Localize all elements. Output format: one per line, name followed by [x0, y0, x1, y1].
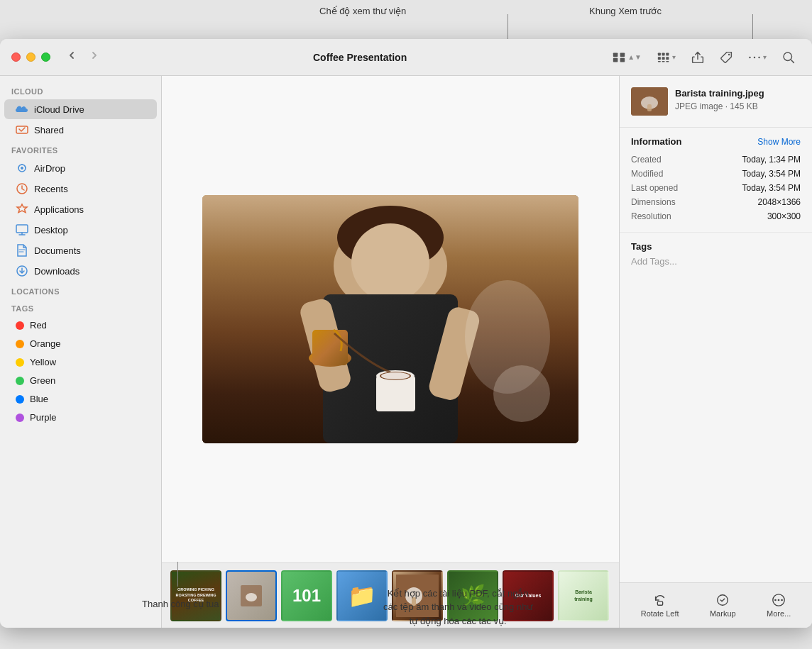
airdrop-label: AirDrop — [34, 163, 65, 174]
main-and-preview: GROWING PICKING ROASTING BREWING COFFEE … — [162, 76, 812, 628]
thumbnail-item[interactable] — [392, 570, 443, 621]
sidebar-item-desktop[interactable]: Desktop — [4, 220, 157, 240]
orange-tag-label: Orange — [30, 338, 60, 349]
svg-point-50 — [778, 599, 780, 601]
sidebar-item-icloud-drive[interactable]: iCloud Drive — [4, 99, 157, 119]
sidebar-item-tag-blue[interactable]: Blue — [4, 390, 157, 408]
grid-chevron: ▾ — [672, 53, 676, 61]
forward-button[interactable] — [84, 48, 104, 66]
red-tag-label: Red — [30, 320, 47, 331]
svg-rect-10 — [658, 60, 661, 62]
svg-point-15 — [754, 56, 755, 57]
rotate-left-button[interactable]: Rotate Left — [632, 590, 688, 621]
rotate-left-label: Rotate Left — [641, 609, 679, 618]
created-value: Today, 1:34 PM — [742, 155, 801, 165]
thumbnail-item[interactable]: 📁 — [336, 570, 388, 621]
more-options-button[interactable]: ▾ — [742, 48, 772, 67]
grid-view-button[interactable]: ▾ — [652, 48, 681, 67]
desktop-icon — [16, 223, 28, 236]
share-button[interactable] — [686, 48, 710, 67]
sidebar-item-applications[interactable]: Applications — [4, 199, 157, 219]
preview-file-info: Barista training.jpeg JPEG image · 145 K… — [675, 87, 801, 111]
sidebar-item-shared[interactable]: Shared — [4, 120, 157, 140]
resolution-value: 300×300 — [767, 211, 801, 221]
info-row-resolution: Resolution 300×300 — [631, 209, 801, 223]
more-tools-button[interactable]: More... — [758, 590, 799, 621]
last-opened-label: Last opened — [631, 183, 678, 193]
info-section-label: Information — [631, 136, 682, 147]
sidebar-item-recents[interactable]: Recents — [4, 179, 157, 199]
yellow-tag-label: Yellow — [30, 357, 56, 367]
favorites-section-header: Favorites — [0, 140, 161, 157]
sidebar-item-downloads[interactable]: Downloads — [4, 261, 157, 281]
preview-pane-annotation: Khung Xem trước — [589, 6, 662, 16]
add-tags-field[interactable]: Add Tags... — [631, 256, 801, 267]
icloud-drive-icon — [16, 103, 28, 116]
svg-rect-2 — [613, 57, 618, 62]
close-button[interactable] — [11, 52, 21, 62]
tags-section-header: Tags — [0, 299, 161, 316]
more-options-chevron: ▾ — [763, 53, 767, 61]
traffic-lights — [11, 52, 50, 62]
created-label: Created — [631, 155, 662, 165]
markup-label: Markup — [710, 609, 736, 618]
airdrop-icon — [16, 162, 28, 174]
svg-rect-7 — [658, 57, 661, 60]
icloud-section-header: iCloud — [0, 82, 161, 99]
svg-rect-8 — [662, 57, 665, 60]
thumbnail-item[interactable]: Our Values — [503, 570, 554, 621]
applications-label: Applications — [34, 204, 84, 215]
maximize-button[interactable] — [41, 52, 50, 62]
tags-button[interactable] — [714, 48, 738, 67]
downloads-icon — [16, 265, 28, 277]
main-image — [202, 195, 578, 443]
purple-tag-label: Purple — [30, 412, 57, 423]
thumbnail-item[interactable] — [226, 570, 277, 621]
finder-window: Coffee Presentation ▲▼ — [0, 39, 812, 628]
preview-spacer — [620, 275, 812, 582]
back-button[interactable] — [62, 48, 82, 66]
svg-point-14 — [749, 56, 750, 57]
preview-section-title: Information Show More — [631, 136, 801, 147]
preview-info-section: Information Show More Created Today, 1:3… — [620, 128, 812, 233]
last-opened-value: Today, 3:54 PM — [742, 183, 801, 193]
thumbnail-item[interactable]: 🌿 — [447, 570, 498, 621]
sidebar-item-airdrop[interactable]: AirDrop — [4, 158, 157, 178]
svg-rect-47 — [657, 601, 662, 605]
search-button[interactable] — [777, 48, 801, 67]
icloud-drive-label: iCloud Drive — [34, 104, 84, 115]
main-content: GROWING PICKING ROASTING BREWING COFFEE … — [162, 76, 619, 628]
thumb1-label: GROWING PICKING ROASTING BREWING COFFEE — [175, 587, 217, 604]
sidebar-item-tag-purple[interactable]: Purple — [4, 409, 157, 426]
view-switcher-button[interactable]: ▲▼ — [607, 48, 647, 67]
thumbnail-strip: GROWING PICKING ROASTING BREWING COFFEE … — [162, 562, 619, 628]
sidebar-item-tag-green[interactable]: Green — [4, 372, 157, 389]
documents-label: Documents — [34, 245, 81, 256]
sidebar-item-tag-red[interactable]: Red — [4, 316, 157, 334]
downloads-label: Downloads — [34, 266, 79, 277]
thumbnail-item[interactable]: GROWING PICKING ROASTING BREWING COFFEE — [170, 570, 221, 621]
minimize-button[interactable] — [26, 52, 35, 62]
sidebar-item-tag-yellow[interactable]: Yellow — [4, 353, 157, 371]
preview-tags-section: Tags Add Tags... — [620, 233, 812, 275]
show-more-button[interactable]: Show More — [757, 137, 801, 147]
preview-header: Barista training.jpeg JPEG image · 145 K… — [620, 76, 812, 128]
markup-button[interactable]: Markup — [701, 590, 745, 621]
blue-tag-label: Blue — [30, 394, 48, 404]
gallery-area — [162, 76, 619, 562]
recents-label: Recents — [34, 184, 68, 194]
info-row-last-opened: Last opened Today, 3:54 PM — [631, 181, 801, 195]
resolution-label: Resolution — [631, 211, 671, 221]
sidebar-item-documents[interactable]: Documents — [4, 240, 157, 260]
sidebar-item-tag-orange[interactable]: Orange — [4, 335, 157, 353]
thumbnail-item[interactable]: Baristatraining — [558, 570, 609, 621]
thumbnail-item[interactable]: 101 — [281, 570, 332, 621]
svg-rect-46 — [647, 104, 652, 111]
preview-thumbnail — [631, 87, 668, 116]
svg-rect-5 — [662, 52, 665, 55]
shared-icon — [16, 123, 28, 136]
orange-tag-dot — [16, 340, 24, 348]
svg-point-36 — [381, 372, 410, 379]
modified-value: Today, 3:54 PM — [742, 169, 801, 179]
svg-rect-3 — [620, 57, 625, 62]
